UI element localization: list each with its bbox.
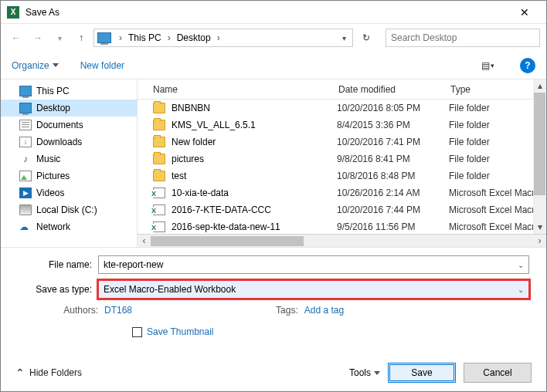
sidebar-item-label: Network xyxy=(36,221,70,232)
monitor-icon xyxy=(19,103,32,113)
file-type: Microsoft Excel Macro- xyxy=(449,188,543,198)
xlsm-icon xyxy=(153,204,165,215)
chevron-right-icon[interactable]: › xyxy=(214,32,223,43)
file-row[interactable]: 2016-7-KTE-DATA-CCC10/20/2016 7:44 PMMic… xyxy=(138,201,546,218)
caret-down-icon[interactable]: ⌄ xyxy=(518,261,524,269)
up-icon[interactable]: ↑ xyxy=(72,29,90,47)
back-icon[interactable]: ← xyxy=(7,29,25,47)
sidebar-item-desktop[interactable]: Desktop xyxy=(1,100,137,117)
pc-icon xyxy=(97,32,111,43)
cancel-button[interactable]: Cancel xyxy=(464,363,532,383)
main-area: This PCDesktopDocuments↓Downloads♪MusicP… xyxy=(1,79,546,248)
sidebar-item-pictures[interactable]: Pictures xyxy=(1,167,137,184)
save-thumbnail-checkbox[interactable]: Save Thumbnail xyxy=(132,326,214,337)
sidebar-item-videos[interactable]: ▶Videos xyxy=(1,184,137,201)
file-name: KMS_VL_ALL_6.5.1 xyxy=(172,120,337,130)
file-date: 10/8/2016 8:48 PM xyxy=(337,171,449,181)
recent-caret-icon[interactable]: ▾ xyxy=(50,29,69,47)
v-scroll-thumb[interactable] xyxy=(534,93,545,195)
file-date: 9/5/2016 11:56 PM xyxy=(337,221,449,232)
scroll-left-icon[interactable]: ‹ xyxy=(138,235,151,247)
file-type: Microsoft Excel Macro- xyxy=(449,221,543,232)
window-title: Save As xyxy=(25,7,509,18)
file-name: 2016-7-KTE-DATA-CCC xyxy=(172,204,337,215)
sidebar-item-documents[interactable]: Documents xyxy=(1,117,137,133)
sidebar-item-local-disk-c-[interactable]: Local Disk (C:) xyxy=(1,201,137,218)
file-name: pictures xyxy=(172,154,337,164)
tags-label: Tags: xyxy=(276,305,298,316)
authors-label: Authors: xyxy=(55,305,98,316)
file-type: File folder xyxy=(449,171,490,181)
folder-icon xyxy=(153,154,165,164)
file-row[interactable]: New folder10/20/2016 7:41 PMFile folder xyxy=(138,133,546,150)
h-scrollbar[interactable]: ‹ › xyxy=(138,234,546,247)
file-pane: Name Date modified Type BNBNBN10/20/2016… xyxy=(137,79,546,247)
file-date: 10/20/2016 7:41 PM xyxy=(337,137,449,147)
file-name: 2016-sep-kte-data-new-11 xyxy=(172,221,337,232)
sidebar-item-this-pc[interactable]: This PC xyxy=(1,83,137,100)
new-folder-button[interactable]: New folder xyxy=(80,60,124,71)
checkbox-icon xyxy=(132,327,142,337)
col-name[interactable]: Name xyxy=(153,84,338,95)
sidebar-item-label: Pictures xyxy=(36,171,70,181)
file-type: File folder xyxy=(449,103,490,113)
file-name-input[interactable]: kte-report-new ⌄ xyxy=(98,255,529,274)
chevron-right-icon[interactable]: › xyxy=(165,32,174,43)
search-input[interactable] xyxy=(386,29,540,47)
caret-down-icon[interactable]: ⌄ xyxy=(518,286,524,294)
file-type: File folder xyxy=(449,154,490,164)
sidebar-item-network[interactable]: ☁Network xyxy=(1,218,137,235)
search-field[interactable] xyxy=(391,32,535,43)
view-options-button[interactable]: ▤ ▾ xyxy=(477,58,498,73)
file-row[interactable]: 2016-sep-kte-data-new-119/5/2016 11:56 P… xyxy=(138,218,546,234)
sidebar-item-label: Desktop xyxy=(36,103,70,113)
file-name: 10-xia-te-data xyxy=(172,188,337,198)
col-type[interactable]: Type xyxy=(450,84,546,95)
address-bar[interactable]: › This PC › Desktop › ▾ xyxy=(93,29,353,47)
folder-icon xyxy=(153,103,165,113)
chevron-right-icon[interactable]: › xyxy=(116,32,125,43)
monitor-icon xyxy=(19,86,32,96)
chevron-up-icon: ⌃ xyxy=(15,367,25,379)
sidebar-item-label: Videos xyxy=(36,188,64,198)
column-headers: Name Date modified Type xyxy=(138,79,546,100)
sidebar-item-label: Local Disk (C:) xyxy=(36,204,97,215)
net-icon: ☁ xyxy=(19,221,32,232)
file-row[interactable]: 10-xia-te-data10/26/2016 2:14 AMMicrosof… xyxy=(138,184,546,201)
authors-value[interactable]: DT168 xyxy=(104,305,132,316)
file-date: 8/4/2015 3:36 PM xyxy=(337,120,449,130)
tools-button[interactable]: Tools xyxy=(349,367,380,378)
folder-icon xyxy=(153,171,165,181)
scroll-right-icon[interactable]: › xyxy=(533,235,546,247)
caret-down-icon xyxy=(374,371,380,375)
scroll-down-icon[interactable]: ▾ xyxy=(533,221,546,234)
close-icon[interactable]: ✕ xyxy=(509,6,540,19)
breadcrumb-desktop[interactable]: Desktop xyxy=(174,29,214,46)
breadcrumb-this-pc[interactable]: This PC xyxy=(125,29,165,46)
file-type: File folder xyxy=(449,120,490,130)
title-bar: X Save As ✕ xyxy=(1,1,546,24)
address-caret-icon[interactable]: ▾ xyxy=(342,34,346,42)
file-row[interactable]: pictures9/8/2016 8:41 PMFile folder xyxy=(138,150,546,167)
sidebar-item-music[interactable]: ♪Music xyxy=(1,150,137,167)
save-type-label: Save as type: xyxy=(18,284,98,295)
file-row[interactable]: BNBNBN10/20/2016 8:05 PMFile folder xyxy=(138,100,546,117)
save-type-select[interactable]: Excel Macro-Enabled Workbook ⌄ xyxy=(98,280,529,299)
refresh-icon[interactable]: ↻ xyxy=(356,29,376,47)
file-date: 9/8/2016 8:41 PM xyxy=(337,154,449,164)
sidebar-item-downloads[interactable]: ↓Downloads xyxy=(1,133,137,150)
tags-value[interactable]: Add a tag xyxy=(304,305,344,316)
h-scroll-thumb[interactable] xyxy=(151,236,304,246)
hide-folders-button[interactable]: ⌃ Hide Folders xyxy=(15,367,82,379)
file-row[interactable]: KMS_VL_ALL_6.5.18/4/2015 3:36 PMFile fol… xyxy=(138,117,546,133)
v-scrollbar[interactable]: ▴ ▾ xyxy=(533,79,546,234)
scroll-up-icon[interactable]: ▴ xyxy=(533,79,546,93)
help-icon[interactable]: ? xyxy=(520,58,535,73)
organize-button[interactable]: Organize xyxy=(12,60,59,71)
folder-icon xyxy=(153,120,165,130)
col-date[interactable]: Date modified xyxy=(338,84,450,95)
file-date: 10/26/2016 2:14 AM xyxy=(337,188,449,198)
save-button[interactable]: Save xyxy=(388,363,456,383)
file-row[interactable]: test10/8/2016 8:48 PMFile folder xyxy=(138,167,546,184)
pic-icon xyxy=(19,171,32,181)
